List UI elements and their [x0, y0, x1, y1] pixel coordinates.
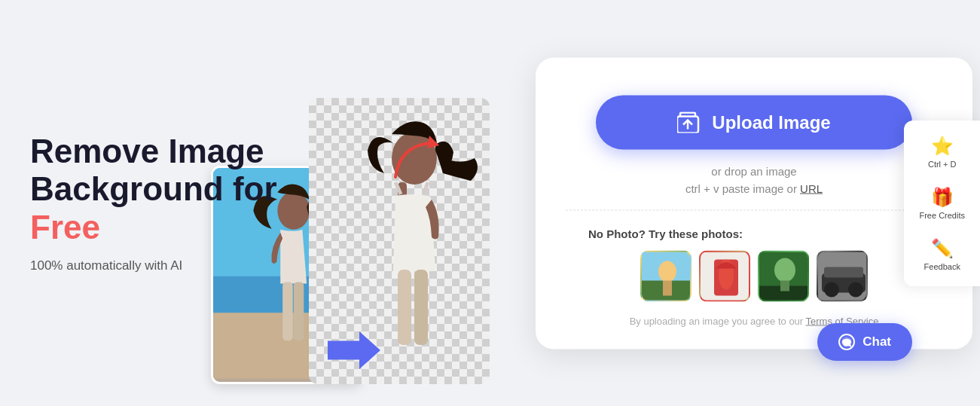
url-link[interactable]: URL [800, 182, 823, 194]
headline: Remove Image Background for Free [30, 133, 286, 247]
svg-point-26 [824, 282, 839, 297]
svg-rect-8 [398, 270, 411, 345]
svg-rect-9 [414, 270, 428, 345]
feedback-icon: ✏️ [931, 238, 954, 259]
chat-button[interactable]: Chat [817, 323, 912, 361]
sample-photo-3[interactable] [758, 250, 809, 301]
star-icon: ⭐ [931, 136, 954, 157]
paste-text: ctrl + v paste image or URL [685, 182, 823, 194]
credits-label: Free Credits [919, 211, 965, 220]
bookmark-label: Ctrl + D [928, 160, 957, 169]
try-photos-label: No Photo? Try these photos: [588, 227, 743, 240]
chat-button-label: Chat [862, 334, 891, 350]
drop-text: or drop an image [711, 164, 796, 177]
upload-icon [677, 111, 701, 133]
sample-photo-2[interactable] [699, 250, 750, 301]
page-wrapper: Remove Image Background for Free 100% au… [0, 0, 980, 406]
sample-photo-1[interactable] [640, 250, 691, 301]
bookmark-item[interactable]: ⭐ Ctrl + D [910, 128, 974, 176]
headline-line1: Remove Image [30, 133, 264, 169]
headline-line2: Background for [30, 170, 277, 207]
feedback-label: Feedback [924, 262, 960, 271]
svg-rect-5 [294, 282, 304, 341]
credits-item[interactable]: 🎁 Free Credits [910, 179, 974, 227]
gift-icon: 🎁 [931, 187, 954, 208]
svg-marker-10 [427, 136, 439, 148]
free-highlight: Free [30, 209, 100, 246]
svg-rect-16 [663, 280, 672, 295]
sample-photos-row [640, 250, 868, 301]
svg-point-27 [848, 282, 863, 297]
upload-button[interactable]: Upload Image [596, 95, 912, 149]
side-panel: ⭐ Ctrl + D 🎁 Free Credits ✏️ Feedback [904, 121, 980, 286]
sample-photo-4[interactable] [817, 250, 868, 301]
chat-icon [838, 334, 855, 350]
svg-rect-4 [282, 282, 293, 341]
svg-rect-23 [780, 280, 789, 291]
subtitle: 100% automatically with AI [30, 258, 286, 273]
divider [566, 209, 942, 210]
red-arrow-svg [388, 132, 448, 192]
svg-point-15 [658, 261, 676, 282]
feedback-item[interactable]: ✏️ Feedback [910, 230, 974, 279]
upload-button-label: Upload Image [712, 111, 830, 133]
svg-rect-28 [824, 267, 863, 277]
left-section: Remove Image Background for Free 100% au… [30, 133, 286, 274]
svg-point-22 [774, 258, 795, 282]
